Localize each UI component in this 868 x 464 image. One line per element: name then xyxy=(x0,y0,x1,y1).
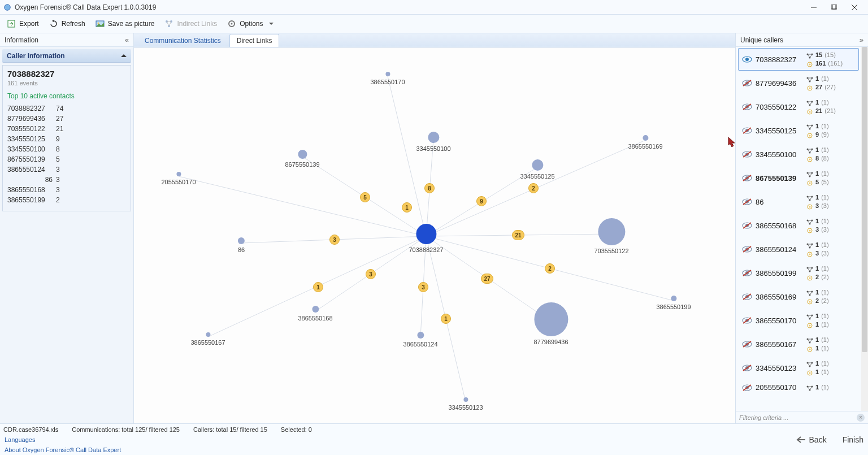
visibility-eye-icon[interactable] xyxy=(742,293,752,301)
graph-node[interactable]: 3865550199 xyxy=(656,306,691,310)
node-dot-icon xyxy=(206,332,210,337)
contact-count: 9 xyxy=(56,134,60,144)
unique-caller-item[interactable]: 33455501001(1)8(8) xyxy=(738,143,859,166)
contact-row[interactable]: 33455501259 xyxy=(7,134,126,144)
title-bar: Oxygen Forensic® Call Data Expert 1.0.0.… xyxy=(0,0,868,15)
information-panel: Information « Caller information 7038882… xyxy=(0,33,134,423)
graph-node[interactable]: 3865550168 xyxy=(298,317,332,322)
caller-number: 3345550125 xyxy=(756,127,806,135)
unique-caller-item[interactable]: 861(1)3(3) xyxy=(738,190,859,213)
finish-button[interactable]: Finish xyxy=(843,435,863,444)
contact-row[interactable]: 38655501683 xyxy=(7,185,126,195)
visibility-eye-icon[interactable] xyxy=(742,103,752,111)
options-button[interactable]: Options xyxy=(223,16,277,32)
unique-caller-item[interactable]: 70355501221(1)21(21) xyxy=(738,96,859,118)
visibility-eye-icon[interactable] xyxy=(742,269,752,277)
contact-row[interactable]: 38655501243 xyxy=(7,164,126,175)
unique-caller-item[interactable]: 33455501251(1)9(9) xyxy=(738,119,859,142)
node-label: 7035550122 xyxy=(594,248,628,254)
graph-node[interactable]: 3865550167 xyxy=(190,341,225,346)
edge-weight-badge: 21 xyxy=(512,230,524,240)
unique-caller-item[interactable]: 87796994361(1)27(27) xyxy=(738,72,859,94)
unique-caller-item[interactable]: 86755501391(1)5(5) xyxy=(738,167,859,189)
close-button[interactable] xyxy=(844,1,865,14)
contact-row[interactable]: 877969943627 xyxy=(7,114,126,124)
contact-row[interactable]: 38655501992 xyxy=(7,195,126,205)
unique-caller-item[interactable]: 38655501691(1)2(2) xyxy=(738,285,859,308)
unique-caller-item[interactable]: 20555501701(1) xyxy=(738,380,859,394)
graph-node[interactable]: 8675550139 xyxy=(285,163,319,168)
tab-communication-statistics[interactable]: Communication Statistics xyxy=(137,34,228,47)
visibility-eye-icon[interactable] xyxy=(742,384,752,392)
node-dot-icon xyxy=(463,397,468,402)
graph-node-central[interactable]: 7038882327 xyxy=(409,249,443,253)
graph-node[interactable]: 3345550125 xyxy=(520,175,554,180)
graph-node[interactable]: 3865550124 xyxy=(403,343,437,348)
contact-row[interactable]: 33455501008 xyxy=(7,144,126,154)
unique-caller-item[interactable]: 703888232715(15)161(161) xyxy=(738,48,859,71)
chevron-down-icon xyxy=(269,23,274,25)
back-button[interactable]: Back xyxy=(796,435,827,444)
unique-caller-item[interactable]: 38655501681(1)3(3) xyxy=(738,214,859,237)
contact-count: 74 xyxy=(56,103,63,114)
minimize-button[interactable] xyxy=(804,1,824,14)
clear-filter-icon[interactable]: × xyxy=(857,414,865,422)
svg-point-74 xyxy=(809,182,811,184)
graph-node[interactable]: 86 xyxy=(238,249,245,253)
unique-caller-item[interactable]: 38655501701(1)1(1) xyxy=(738,309,859,332)
unique-caller-item[interactable]: 38655501991(1)2(2) xyxy=(738,262,859,284)
visibility-eye-icon[interactable] xyxy=(742,150,752,158)
tab-direct-links[interactable]: Direct Links xyxy=(229,34,280,47)
expand-right-icon[interactable]: » xyxy=(860,36,863,44)
events-mini-icon xyxy=(806,322,813,328)
indirect-links-button[interactable]: Indirect Links xyxy=(160,16,222,32)
caller-information-header[interactable]: Caller information xyxy=(2,49,131,63)
unique-caller-item[interactable]: 38655501671(1)1(1) xyxy=(738,333,859,355)
graph-node[interactable]: 3865550169 xyxy=(628,145,662,150)
visibility-eye-icon[interactable] xyxy=(742,364,752,372)
collapse-left-icon[interactable]: « xyxy=(125,36,129,44)
graph-node[interactable]: 8779699436 xyxy=(533,341,568,345)
node-label: 3865550167 xyxy=(190,339,225,346)
refresh-button[interactable]: Refresh xyxy=(45,16,90,32)
scrollbar[interactable] xyxy=(861,47,868,411)
graph-node[interactable]: 7035550122 xyxy=(594,250,628,254)
visibility-eye-icon[interactable] xyxy=(742,174,752,182)
visibility-eye-icon[interactable] xyxy=(742,55,752,63)
node-label: 3865550168 xyxy=(298,315,332,322)
contact-row[interactable]: 86755501395 xyxy=(7,154,126,164)
visibility-eye-icon[interactable] xyxy=(742,198,752,206)
unique-caller-item[interactable]: 33455501231(1)1(1) xyxy=(738,357,859,379)
unique-caller-item[interactable]: 38655501241(1)3(3) xyxy=(738,238,859,261)
contact-count: 3 xyxy=(56,164,60,175)
graph-node[interactable]: 3345550100 xyxy=(416,148,450,152)
graph-node[interactable]: 2055550170 xyxy=(161,181,196,185)
svg-point-130 xyxy=(809,348,811,350)
visibility-eye-icon[interactable] xyxy=(742,245,752,253)
maximize-button[interactable] xyxy=(824,1,844,14)
collapse-up-icon xyxy=(121,54,127,57)
visibility-eye-icon[interactable] xyxy=(742,79,752,87)
caller-stats: 1(1) xyxy=(806,383,829,392)
contact-count: 27 xyxy=(56,114,63,124)
graph-node[interactable]: 3865550170 xyxy=(370,81,405,85)
svg-point-34 xyxy=(809,63,811,65)
visibility-eye-icon[interactable] xyxy=(742,127,752,135)
graph-canvas[interactable]: 7038882327386555017033455501003865550169… xyxy=(134,47,735,423)
visibility-eye-icon[interactable] xyxy=(742,222,752,229)
graph-node[interactable]: 3345550123 xyxy=(448,406,483,411)
visibility-eye-icon[interactable] xyxy=(742,316,752,324)
svg-point-138 xyxy=(809,372,811,374)
contact-row[interactable]: 863 xyxy=(7,175,126,185)
contact-count: 8 xyxy=(56,144,60,154)
languages-link[interactable]: Languages xyxy=(5,436,35,443)
visibility-eye-icon[interactable] xyxy=(742,340,752,348)
caller-number: 3865550167 xyxy=(756,340,806,349)
contact-row[interactable]: 703888232774 xyxy=(7,103,126,114)
about-link[interactable]: About Oxygen Forensic® Call Data Expert xyxy=(5,446,121,453)
save-picture-button[interactable]: Save as picture xyxy=(91,16,159,32)
caller-number: 3865550170 xyxy=(756,316,806,325)
export-button[interactable]: Export xyxy=(2,16,44,32)
filter-criteria-input[interactable]: Filtering criteria ... × xyxy=(736,411,868,423)
contact-row[interactable]: 703555012221 xyxy=(7,124,126,134)
